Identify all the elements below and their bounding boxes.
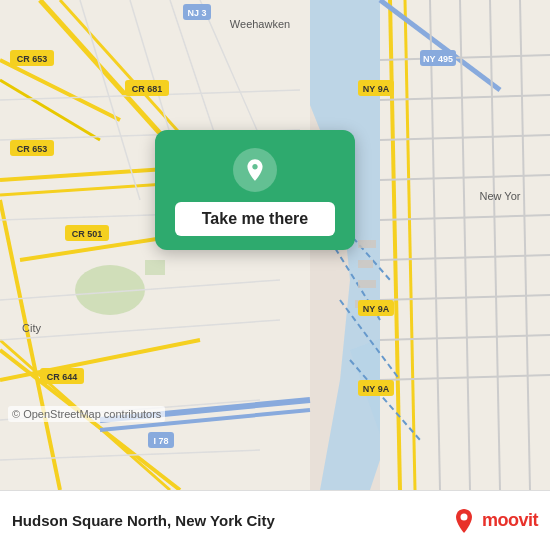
location-pin-icon — [242, 157, 268, 183]
svg-point-78 — [460, 513, 467, 520]
svg-text:NY 9A: NY 9A — [363, 84, 390, 94]
svg-text:NY 9A: NY 9A — [363, 304, 390, 314]
location-icon-wrap — [233, 148, 277, 192]
svg-text:CR 501: CR 501 — [72, 229, 103, 239]
location-name: Hudson Square North, New York City — [12, 512, 450, 529]
svg-text:NY 9A: NY 9A — [363, 384, 390, 394]
moovit-logo-text: moovit — [482, 510, 538, 531]
svg-text:CR 653: CR 653 — [17, 54, 48, 64]
svg-text:City: City — [22, 322, 41, 334]
svg-text:NJ 3: NJ 3 — [187, 8, 206, 18]
svg-rect-4 — [145, 260, 165, 275]
svg-text:NY 495: NY 495 — [423, 54, 453, 64]
svg-text:CR 681: CR 681 — [132, 84, 163, 94]
svg-text:New Yor: New Yor — [480, 190, 521, 202]
svg-text:I 78: I 78 — [153, 436, 168, 446]
green-card: Take me there — [155, 130, 355, 250]
moovit-pin-icon — [450, 507, 478, 535]
svg-rect-50 — [358, 260, 373, 268]
moovit-logo: moovit — [450, 507, 538, 535]
svg-rect-49 — [358, 240, 376, 248]
copyright-text: © OpenStreetMap contributors — [8, 406, 165, 422]
svg-text:CR 653: CR 653 — [17, 144, 48, 154]
svg-text:Weehawken: Weehawken — [230, 18, 290, 30]
take-me-there-button[interactable]: Take me there — [175, 202, 335, 236]
map-container: CR 653 CR 653 CR 681 CR 501 CR 644 I 78 … — [0, 0, 550, 490]
bottom-bar: Hudson Square North, New York City moovi… — [0, 490, 550, 550]
svg-text:CR 644: CR 644 — [47, 372, 78, 382]
location-tooltip: Take me there — [155, 130, 355, 250]
svg-rect-51 — [358, 280, 376, 288]
